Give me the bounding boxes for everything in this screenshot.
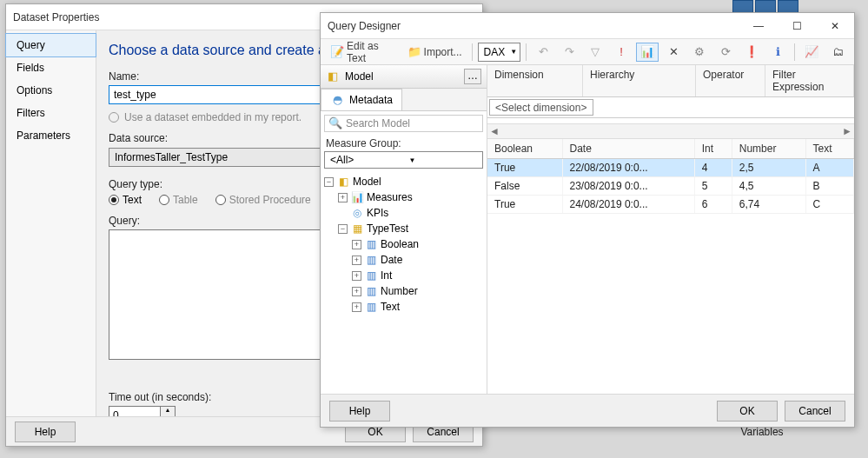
expand-icon[interactable]: − — [324, 177, 334, 187]
tb-btn-7[interactable]: ⚙ — [688, 43, 711, 62]
close-icon[interactable]: ✕ — [816, 13, 854, 39]
spin-up-icon[interactable]: ▲ — [161, 407, 175, 415]
language-dropdown[interactable]: DAX▼ — [478, 43, 521, 62]
import-button[interactable]: 📁 Import... — [403, 43, 467, 62]
kpi-icon: ◎ — [350, 206, 364, 220]
run-button[interactable]: ! — [610, 43, 633, 62]
column-icon: ▥ — [364, 300, 378, 314]
search-icon: 🔍 — [328, 116, 342, 130]
select-dimension-cell[interactable]: <Select dimension> — [489, 99, 593, 116]
redo-button[interactable]: ↷ — [558, 43, 580, 62]
tb-btn-11[interactable]: 📈 — [800, 43, 823, 62]
parameters-icon: 📈 — [805, 45, 818, 59]
dataset-properties-sidebar: Query Fields Options Filters Parameters — [6, 30, 96, 416]
qd-cancel-button[interactable]: Cancel — [785, 401, 845, 421]
sidebar-item-fields[interactable]: Fields — [6, 56, 96, 79]
toggle-button-1[interactable]: ▽ — [584, 43, 606, 62]
tb-btn-9[interactable]: ❗ — [740, 43, 763, 62]
tree-node-int[interactable]: +▥Int — [324, 268, 487, 283]
tree-node-boolean[interactable]: +▥Boolean — [324, 236, 487, 252]
querytype-text-radio[interactable]: Text — [109, 194, 142, 206]
embed-radio[interactable] — [109, 112, 119, 123]
grid-row[interactable]: True24/08/2019 0:0...66,74C — [487, 196, 854, 214]
query-designer-window: Query Designer — ☐ ✕ 📝 Edit as Text 📁 Im… — [320, 12, 855, 428]
run-icon: ! — [614, 45, 628, 59]
expand-icon[interactable]: − — [338, 224, 348, 234]
model-header: ◧ Model … — [321, 65, 487, 89]
dimension-header-row: Dimension Hierarchy Operator Filter Expr… — [487, 65, 854, 97]
sidebar-item-filters[interactable]: Filters — [6, 102, 96, 124]
tb-btn-12[interactable]: 🗂 — [826, 43, 849, 62]
expand-icon[interactable]: + — [352, 256, 361, 265]
maximize-icon[interactable]: ☐ — [778, 13, 816, 39]
grid-row[interactable]: True22/08/2019 0:0...42,5A — [487, 159, 854, 177]
expand-icon[interactable]: + — [352, 302, 361, 312]
tree-node-number[interactable]: +▥Number — [324, 283, 487, 299]
column-icon: ▥ — [364, 284, 378, 298]
column-icon: ▥ — [364, 253, 378, 267]
timeout-input[interactable] — [109, 406, 161, 416]
metadata-tab[interactable]: ◓ Metadata — [321, 89, 402, 110]
query-designer-toolbar: 📝 Edit as Text 📁 Import... DAX▼ ↶ ↷ ▽ ! … — [321, 39, 854, 65]
tb-btn-10[interactable]: ℹ — [766, 43, 789, 62]
tree-node-date[interactable]: +▥Date — [324, 252, 487, 268]
scroll-right-icon[interactable]: ► — [842, 125, 852, 137]
undo-icon: ↶ — [536, 45, 550, 59]
refresh-icon: ⟳ — [719, 45, 732, 59]
column-icon: ▥ — [364, 237, 378, 251]
info-icon: ℹ — [771, 45, 785, 59]
col-text[interactable]: Text — [805, 139, 853, 159]
grid-row[interactable]: False23/08/2019 0:0...54,5B — [487, 177, 854, 196]
col-number[interactable]: Number — [732, 139, 805, 159]
metadata-panel: ◧ Model … ◓ Metadata 🔍 Search Model Meas… — [321, 65, 487, 394]
expand-icon[interactable]: + — [352, 287, 361, 296]
measures-icon: 📊 — [350, 190, 364, 204]
col-boolean[interactable]: Boolean — [487, 139, 562, 159]
chevron-down-icon: ▼ — [404, 156, 483, 164]
chevron-down-icon: ▼ — [510, 48, 517, 56]
horizontal-scrollbar[interactable]: ◄► — [487, 123, 854, 139]
gear-icon: ⚙ — [692, 45, 706, 59]
folder-icon: 📁 — [407, 45, 421, 59]
scroll-left-icon[interactable]: ◄ — [489, 125, 500, 137]
embed-label: Use a dataset embedded in my report. — [124, 111, 301, 123]
delete-button[interactable]: ✕ — [662, 43, 685, 62]
qd-ok-button[interactable]: OK — [717, 401, 778, 421]
warning-icon: ❗ — [745, 45, 759, 59]
edit-text-icon: 📝 — [330, 45, 344, 59]
query-designer-titlebar[interactable]: Query Designer — ☐ ✕ — [321, 13, 854, 39]
results-grid[interactable]: Boolean Date Int Number Text True22/08/2… — [487, 139, 854, 394]
sidebar-item-parameters[interactable]: Parameters — [6, 124, 96, 147]
model-browse-button[interactable]: … — [464, 69, 481, 84]
tree-node-text[interactable]: +▥Text — [324, 299, 487, 315]
delete-icon: ✕ — [666, 45, 680, 59]
col-date[interactable]: Date — [562, 139, 694, 159]
expand-icon[interactable]: + — [352, 271, 361, 281]
querytype-table-radio[interactable]: Table — [159, 194, 198, 206]
filter-icon: ▽ — [588, 45, 602, 59]
qd-help-button[interactable]: Help — [329, 401, 390, 421]
expand-icon[interactable]: + — [338, 193, 348, 202]
metadata-tree[interactable]: −◧Model +📊Measures +◎KPIs −▦TypeTest +▥B… — [321, 172, 487, 394]
cube-icon: ◧ — [336, 175, 350, 189]
cube-icon: ◧ — [326, 70, 340, 83]
querytype-sp-radio[interactable]: Stored Procedure — [215, 194, 311, 206]
redo-icon: ↷ — [562, 45, 576, 59]
expand-icon[interactable]: + — [352, 240, 361, 249]
toggle-design-button[interactable]: 📊 — [636, 43, 659, 62]
sidebar-item-query[interactable]: Query — [5, 33, 96, 57]
help-button[interactable]: Help — [15, 421, 76, 442]
measure-group-label: Measure Group: — [321, 136, 487, 151]
table-icon: ▦ — [350, 222, 364, 236]
dimension-filter-row[interactable]: <Select dimension> — [487, 97, 854, 118]
chart-icon: 📊 — [640, 45, 654, 59]
undo-button[interactable]: ↶ — [532, 43, 554, 62]
measure-group-dropdown[interactable]: <All>▼ — [324, 151, 483, 169]
tb-btn-8[interactable]: ⟳ — [714, 43, 737, 62]
edit-as-text-button[interactable]: 📝 Edit as Text — [326, 37, 400, 67]
search-model-input[interactable]: 🔍 Search Model — [324, 115, 483, 132]
col-int[interactable]: Int — [694, 139, 732, 159]
aggregate-icon: 🗂 — [831, 45, 845, 59]
minimize-icon[interactable]: — — [739, 13, 778, 39]
sidebar-item-options[interactable]: Options — [6, 79, 96, 102]
